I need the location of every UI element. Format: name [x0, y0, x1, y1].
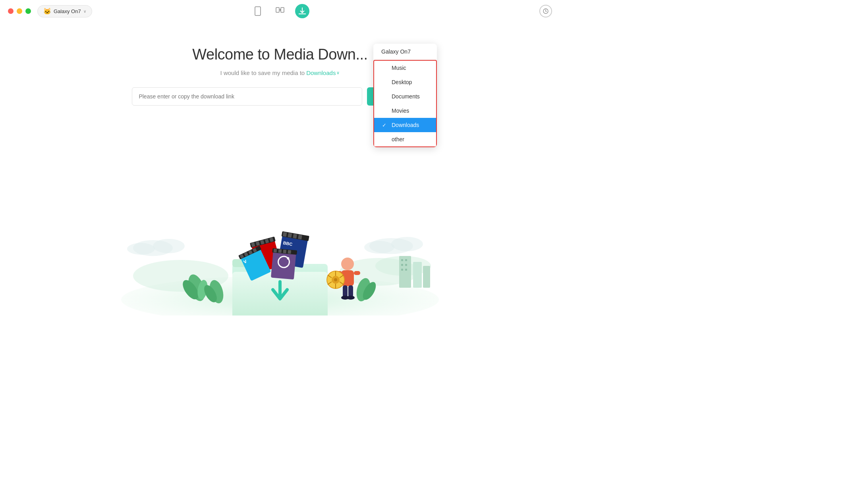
- subtitle-text: I would like to save my media to: [220, 69, 305, 76]
- header-icons: [251, 4, 309, 18]
- main-content: Welcome to Media Down... I would like to…: [0, 22, 560, 121]
- maximize-button[interactable]: [25, 8, 31, 14]
- transfer-tab[interactable]: [273, 4, 287, 18]
- svg-rect-64: [288, 250, 291, 254]
- dropdown-label-movies: Movies: [392, 108, 409, 114]
- svg-rect-70: [348, 285, 353, 297]
- dropdown-label-downloads: Downloads: [392, 122, 419, 128]
- dropdown-label-music: Music: [392, 65, 406, 71]
- close-button[interactable]: [8, 8, 14, 14]
- svg-rect-48: [293, 234, 297, 239]
- dropdown-menu: Galaxy On7 Music Desktop Documents Movie…: [373, 44, 437, 147]
- svg-rect-22: [401, 269, 403, 271]
- device-icon: 🐱: [43, 8, 51, 15]
- svg-rect-17: [423, 266, 430, 288]
- svg-rect-21: [405, 264, 407, 266]
- minimize-button[interactable]: [17, 8, 22, 14]
- svg-rect-62: [278, 249, 282, 253]
- svg-rect-68: [354, 271, 360, 275]
- download-tab[interactable]: [295, 4, 309, 18]
- welcome-title: Welcome to Media Down...: [192, 46, 367, 63]
- dropdown-list: Music Desktop Documents Movies ✓ Downloa…: [373, 60, 437, 147]
- dropdown-item-other[interactable]: other: [374, 132, 436, 146]
- dropdown-item-downloads[interactable]: ✓ Downloads: [374, 118, 436, 132]
- url-input[interactable]: [132, 87, 362, 106]
- chevron-down-icon: ∨: [83, 9, 86, 13]
- dropdown-item-documents[interactable]: Documents: [374, 89, 436, 104]
- save-location-link[interactable]: Downloads ∨: [306, 69, 340, 76]
- dropdown-label-desktop: Desktop: [392, 79, 412, 85]
- svg-rect-49: [298, 235, 302, 239]
- subtitle: I would like to save my media to Downloa…: [220, 69, 340, 76]
- dropdown-container: Galaxy On7 Music Desktop Documents Movie…: [373, 44, 437, 147]
- dropdown-label-documents: Documents: [392, 93, 420, 100]
- svg-rect-69: [343, 285, 348, 297]
- dropdown-device-name: Galaxy On7: [373, 44, 437, 60]
- svg-rect-19: [405, 259, 407, 261]
- svg-point-13: [391, 237, 423, 251]
- svg-point-11: [127, 243, 155, 255]
- save-location-chevron: ∨: [336, 70, 340, 75]
- save-location-text: Downloads: [306, 69, 336, 76]
- svg-point-14: [364, 241, 394, 254]
- svg-rect-3: [281, 8, 284, 12]
- check-icon-downloads: ✓: [382, 122, 388, 128]
- svg-point-72: [347, 296, 355, 300]
- dropdown-item-music[interactable]: Music: [374, 61, 436, 75]
- dropdown-label-other: other: [392, 136, 404, 142]
- titlebar: 🐱 Galaxy On7 ∨: [0, 0, 560, 22]
- download-history-button[interactable]: [539, 5, 552, 17]
- svg-rect-47: [288, 233, 292, 237]
- dropdown-item-movies[interactable]: Movies: [374, 104, 436, 118]
- svg-point-65: [341, 258, 354, 270]
- svg-rect-18: [401, 259, 403, 261]
- traffic-lights: [8, 8, 31, 14]
- svg-rect-2: [276, 8, 279, 12]
- svg-point-10: [153, 239, 185, 253]
- svg-rect-20: [401, 264, 403, 266]
- svg-rect-61: [274, 249, 277, 253]
- device-name: Galaxy On7: [54, 8, 81, 14]
- svg-point-75: [334, 278, 337, 281]
- device-selector[interactable]: 🐱 Galaxy On7 ∨: [37, 5, 92, 17]
- illustration: You Tube BBC v: [101, 149, 459, 315]
- dropdown-item-desktop[interactable]: Desktop: [374, 75, 436, 89]
- phone-tab[interactable]: [251, 4, 265, 18]
- svg-rect-0: [255, 7, 261, 15]
- svg-rect-16: [413, 262, 422, 288]
- svg-rect-63: [283, 250, 286, 254]
- svg-rect-46: [283, 232, 287, 237]
- svg-rect-23: [405, 269, 407, 271]
